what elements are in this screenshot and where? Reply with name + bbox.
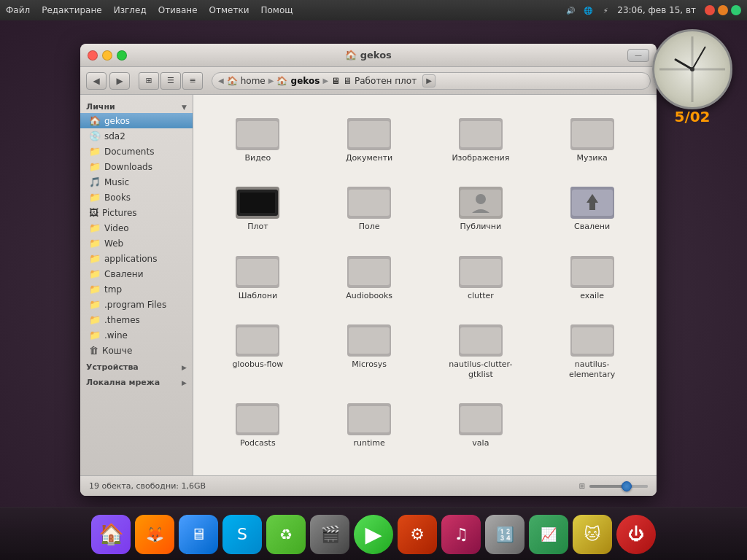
sidebar-item-themes[interactable]: 📁 .themes: [80, 312, 193, 327]
dock-item-power[interactable]: ⏻: [616, 515, 656, 554]
folder-icon-podcasts: [236, 397, 279, 435]
file-item-gloobus[interactable]: gloobus-flow: [205, 313, 311, 386]
minimize-button[interactable]: [102, 50, 112, 61]
sidebar-item-sda2[interactable]: 💿 sda2: [80, 128, 193, 144]
network-icon[interactable]: 🌐: [582, 4, 594, 16]
file-label-microsys: Microsys: [352, 359, 387, 370]
breadcrumb-gekos[interactable]: 🏠 gekos: [276, 76, 320, 86]
file-label-images: Изображения: [452, 153, 509, 163]
fm-content: Лични ▼ 🏠 gekos 💿 sda2 📁 Documents 📁 Dow…: [80, 95, 657, 475]
sidebar-music-label: Music: [104, 177, 187, 187]
svg-rect-35: [460, 259, 501, 285]
forward-button[interactable]: ▶: [109, 72, 130, 90]
dock-item-music[interactable]: ♫: [441, 515, 481, 554]
file-item-images[interactable]: Изображения: [428, 106, 534, 169]
sidebar-item-programfiles[interactable]: 📁 .program Files: [80, 297, 193, 312]
file-item-microsys[interactable]: Microsys: [317, 313, 422, 386]
sidebar-item-web[interactable]: 📁 Web: [80, 236, 193, 251]
file-label-exaile: exaile: [580, 291, 604, 301]
dock-item-play[interactable]: ▶: [354, 515, 393, 554]
sidebar-item-music[interactable]: 🎵 Music: [80, 174, 193, 190]
list-view-button[interactable]: ☰: [160, 72, 181, 90]
menu-bookmarks[interactable]: Отметки: [209, 5, 249, 15]
sidebar-item-trash[interactable]: 🗑 Кошче: [80, 343, 193, 358]
back-button[interactable]: ◀: [86, 72, 107, 90]
breadcrumb-end-arrow[interactable]: ▶: [422, 74, 436, 88]
sidebar-item-video[interactable]: 📁 Video: [80, 220, 193, 236]
icon-view-button[interactable]: ⊞: [139, 72, 159, 90]
file-item-vala[interactable]: vala: [428, 392, 534, 454]
folder-icon-runtime: [347, 397, 391, 435]
window-title: 🏠 gekos: [89, 50, 648, 61]
sda2-icon: 💿: [89, 131, 101, 141]
sidebar-item-tmp[interactable]: 📁 tmp: [80, 281, 193, 297]
breadcrumb-back-arrow[interactable]: ◀: [218, 77, 224, 85]
file-item-clutter[interactable]: clutter: [428, 244, 534, 307]
menu-edit[interactable]: Редактиране: [42, 5, 102, 15]
sidebar-web-label: Web: [104, 238, 187, 249]
dock-item-monitor2[interactable]: 📈: [529, 515, 568, 554]
svaleni-icon: 📁: [89, 268, 101, 279]
dock-item-sync[interactable]: ♻: [266, 515, 306, 554]
sidebar-gekos-label: gekos: [104, 116, 187, 126]
file-item-nautilus-elementary[interactable]: nautilus-elementary: [539, 313, 645, 386]
sidebar-item-svaleni[interactable]: 📁 Свалени: [80, 266, 193, 281]
tray-maximize-btn[interactable]: [731, 5, 741, 15]
menu-view[interactable]: Изглед: [114, 5, 147, 15]
tray-close-btn[interactable]: [705, 5, 715, 15]
file-item-runtime[interactable]: runtime: [317, 392, 422, 454]
dock-item-monitor[interactable]: 🖥: [179, 515, 218, 554]
breadcrumb-desktop[interactable]: 🖥 Работен плот: [343, 76, 417, 86]
folder-icon-music: [570, 112, 614, 150]
sidebar-item-documents[interactable]: 📁 Documents: [80, 144, 193, 159]
zoom-out-icon[interactable]: ⊞: [579, 482, 585, 490]
sidebar-personal-arrow[interactable]: ▼: [182, 104, 187, 111]
dock-item-calc[interactable]: 🔢: [485, 515, 525, 554]
zoom-slider[interactable]: [589, 485, 648, 488]
file-item-podcasts[interactable]: Podcasts: [205, 392, 311, 454]
file-item-shabloni[interactable]: Шаблони: [205, 244, 311, 307]
volume-icon[interactable]: 🔊: [565, 4, 576, 16]
file-item-documents[interactable]: Документи: [317, 106, 422, 169]
sidebar-network-arrow[interactable]: ▶: [182, 379, 187, 386]
dock-item-ubuntu[interactable]: ⚙: [398, 515, 437, 554]
sidebar-devices-arrow[interactable]: ▶: [182, 364, 187, 371]
window-shade-button[interactable]: —: [627, 49, 649, 62]
compact-view-button[interactable]: ≡: [182, 72, 203, 90]
menu-go[interactable]: Отиване: [158, 5, 198, 15]
file-item-pole[interactable]: Поле: [317, 175, 422, 238]
sidebar-item-pictures[interactable]: 🖼 Pictures: [80, 205, 193, 220]
menu-file[interactable]: Файл: [6, 5, 30, 15]
close-button[interactable]: [88, 50, 98, 61]
file-item-desktop[interactable]: Плот: [205, 175, 311, 238]
sidebar-item-downloads[interactable]: 📁 Downloads: [80, 159, 193, 174]
file-item-svaleni[interactable]: Свалени: [539, 175, 645, 238]
dock-item-wink[interactable]: 🐱: [573, 515, 612, 554]
sidebar-item-gekos[interactable]: 🏠 gekos: [80, 113, 193, 128]
sidebar-item-wine[interactable]: 📁 .wine: [80, 327, 193, 343]
sidebar-item-books[interactable]: 📁 Books: [80, 190, 193, 205]
file-item-exaile[interactable]: exaile: [539, 244, 645, 307]
sidebar-item-applications[interactable]: 📁 applications: [80, 251, 193, 266]
maximize-button[interactable]: [117, 50, 127, 61]
sidebar-downloads-label: Downloads: [104, 162, 187, 172]
file-item-publichni[interactable]: Публични: [428, 175, 534, 238]
file-item-music[interactable]: Музика: [539, 106, 645, 169]
file-label-documents: Документи: [346, 153, 392, 163]
folder-icon-exaile: [570, 250, 614, 288]
menu-help[interactable]: Помощ: [261, 5, 293, 15]
tray-minimize-btn[interactable]: [718, 5, 728, 15]
dock-item-firefox[interactable]: 🦊: [135, 515, 174, 554]
dock-item-home[interactable]: 🏠: [91, 515, 131, 554]
folder-icon-publichni: [459, 181, 503, 219]
view-mode-buttons: ⊞ ☰ ≡: [139, 72, 203, 90]
zoom-slider-thumb[interactable]: [622, 481, 632, 491]
file-item-audiobooks[interactable]: Audiobooks: [317, 244, 422, 307]
file-item-video[interactable]: Видео: [205, 106, 311, 169]
file-item-nautilus-clutter[interactable]: nautilus-clutter-gtklist: [428, 313, 534, 386]
breadcrumb-home[interactable]: home: [241, 76, 266, 86]
folder-icon-shabloni: [236, 250, 279, 288]
dock-item-movie[interactable]: 🎬: [310, 515, 349, 554]
dock-item-skype[interactable]: S: [222, 515, 262, 554]
file-label-gloobus: gloobus-flow: [232, 359, 283, 370]
